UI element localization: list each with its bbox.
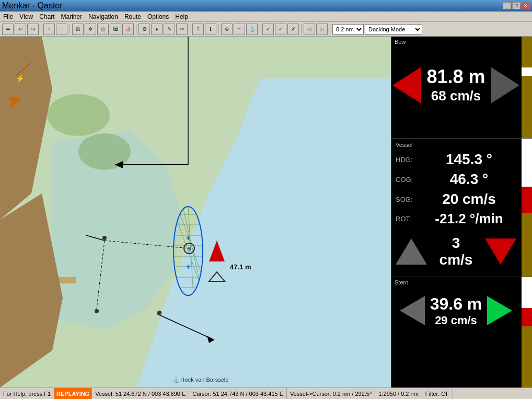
bow-arrow-right-icon	[491, 67, 519, 104]
bow-speed: 68 cm/s	[426, 88, 485, 104]
status-replaying: REPLAYING	[54, 388, 92, 399]
vessel-speed-display: 3 cm/s	[435, 235, 477, 268]
chart-svg: + + ⊕ 47.1 m	[0, 37, 391, 387]
toolbar-btn-nav[interactable]: ⚓	[246, 24, 258, 35]
toolbar-btn-zoom[interactable]: ⊞	[72, 24, 84, 35]
toolbar-btn-7[interactable]: ⛵	[122, 24, 134, 35]
stern-speed: 29 cm/s	[430, 314, 482, 327]
stern-left-arrow-icon	[400, 296, 425, 325]
bow-side-indicator	[522, 37, 532, 138]
menu-help[interactable]: Help	[172, 12, 191, 21]
vessel-label: Vessel	[396, 142, 528, 148]
menu-options[interactable]: Options	[144, 12, 172, 21]
stern-label: Stern	[391, 277, 532, 288]
toolbar-btn-6[interactable]: 🖫	[110, 24, 121, 35]
vessel-sog-label: SOG:	[396, 196, 422, 203]
vessel-speed-display: 3 cm/s	[396, 235, 516, 268]
vessel-sog-row: SOG: 20 cm/s	[396, 191, 516, 208]
toolbar-btn-2[interactable]: ↩	[15, 24, 26, 35]
bow-distance: 81.8 m	[426, 66, 485, 88]
vessel-section: Vessel HDG: 145.3 ° COG: 46.3 ° SOG: 20 …	[391, 139, 532, 277]
stern-side-bottom	[522, 326, 532, 387]
menu-route[interactable]: Route	[121, 12, 144, 21]
svg-text:+: +	[186, 234, 190, 242]
vessel-rot-label: ROT:	[396, 215, 422, 223]
toolbar-sep-4	[190, 24, 190, 35]
status-help: For Help, press F1	[0, 388, 54, 399]
svg-point-37	[157, 311, 161, 315]
vessel-side-top	[522, 139, 532, 187]
stern-display: 39.6 m 29 cm/s	[391, 290, 532, 332]
stern-section: Stern 39.6 m 29 cm/s	[391, 277, 532, 387]
bow-side-marker	[522, 67, 532, 76]
toolbar-sep-5	[218, 24, 219, 35]
toolbar-btn-plus[interactable]: +	[43, 24, 55, 35]
toolbar-btn-3[interactable]: ↪	[27, 24, 39, 35]
toolbar-btn-check2[interactable]: ✓	[275, 24, 286, 35]
menu-chart[interactable]: Chart	[36, 12, 57, 21]
vessel-side-bottom	[522, 213, 532, 277]
toolbar-btn-track[interactable]: ~	[234, 24, 245, 35]
status-vessel-pos: Vessel: 51 24.672 N / 003 43.690 E	[92, 388, 189, 399]
mode-select[interactable]: Docking Mode	[365, 24, 422, 35]
vessel-down-arrow-icon	[485, 238, 516, 265]
menu-navigation[interactable]: Navigation	[85, 12, 121, 21]
stern-distance: 39.6 m	[430, 294, 482, 314]
toolbar-btn-help[interactable]: ?	[192, 24, 204, 35]
zoom-select[interactable]: 0.2 nm	[332, 24, 364, 35]
stern-side-top	[522, 277, 532, 308]
bow-label: Bow	[395, 39, 406, 45]
titlebar: Menkar - Qastor _ □ ✕	[0, 0, 532, 12]
toolbar-btn-pan[interactable]: ✥	[85, 24, 96, 35]
status-filter: Filter: OF	[422, 388, 453, 399]
maximize-button[interactable]: □	[512, 2, 521, 9]
toolbar: ⬅ ↩ ↪ + − ⊞ ✥ ◎ 🖫 ⛵ ⚙ ♦ ✎ ✂ ? ℹ ⊕ ~ ⚓ ✓ …	[0, 22, 532, 37]
toolbar-sep-6	[260, 24, 260, 35]
svg-text:⊕: ⊕	[187, 246, 191, 252]
vessel-hdg-row: HDG: 145.3 °	[396, 151, 516, 168]
toolbar-btn-info[interactable]: ℹ	[205, 24, 216, 35]
window-controls: _ □ ✕	[503, 2, 530, 9]
toolbar-btn-5[interactable]: ◎	[97, 24, 109, 35]
vessel-cog-label: COG:	[396, 176, 422, 184]
svg-point-35	[102, 236, 107, 240]
svg-text:⚡: ⚡	[16, 74, 25, 83]
toolbar-sep-7	[301, 24, 302, 35]
vessel-cog-value: 46.3 °	[422, 171, 516, 188]
toolbar-btn-fwd[interactable]: ▷	[316, 24, 328, 35]
toolbar-btn-8[interactable]: ⚙	[138, 24, 150, 35]
stern-values: 39.6 m 29 cm/s	[430, 294, 482, 327]
vessel-speed-value: 3 cm/s	[435, 235, 477, 268]
toolbar-btn-10[interactable]: ✎	[164, 24, 175, 35]
toolbar-sep-8	[330, 24, 330, 35]
toolbar-btn-1[interactable]: ⬅	[2, 24, 14, 35]
toolbar-btn-minus[interactable]: −	[56, 24, 67, 35]
minimize-button[interactable]: _	[503, 2, 511, 9]
svg-text:Hoek van Borssele: Hoek van Borssele	[180, 377, 228, 383]
toolbar-btn-check[interactable]: ✓	[262, 24, 274, 35]
menu-mariner[interactable]: Mariner	[57, 12, 85, 21]
toolbar-sep-3	[136, 24, 136, 35]
menu-view[interactable]: View	[16, 12, 36, 21]
statusbar: For Help, press F1 REPLAYING Vessel: 51 …	[0, 387, 532, 399]
status-cursor-pos: Cursor: 51 24.743 N / 003 43.415 E	[189, 388, 287, 399]
toolbar-btn-9[interactable]: ♦	[151, 24, 163, 35]
toolbar-btn-back[interactable]: ◁	[304, 24, 315, 35]
toolbar-btn-gps[interactable]: ⊕	[221, 24, 233, 35]
toolbar-btn-x[interactable]: ✗	[287, 24, 299, 35]
vessel-rot-row: ROT: -21.2 °/min	[396, 211, 516, 227]
toolbar-btn-11[interactable]: ✂	[176, 24, 188, 35]
svg-text:47.1 m: 47.1 m	[230, 263, 251, 271]
bow-arrow-left-icon	[392, 67, 421, 104]
menu-file[interactable]: File	[0, 12, 16, 21]
vessel-hdg-label: HDG:	[396, 156, 422, 164]
main-area: + + ⊕ 47.1 m	[0, 37, 532, 387]
status-cursor-dist: Vessel->Cursor: 0.2 nm / 292.5°	[287, 388, 375, 399]
close-button[interactable]: ✕	[522, 2, 530, 9]
bow-side-top	[522, 37, 532, 67]
bow-values: 81.8 m 68 cm/s	[426, 66, 485, 104]
stern-side-indicator	[522, 277, 532, 387]
chart-area[interactable]: + + ⊕ 47.1 m	[0, 37, 391, 387]
stern-side-red	[522, 308, 532, 326]
vessel-cog-row: COG: 46.3 °	[396, 171, 516, 188]
